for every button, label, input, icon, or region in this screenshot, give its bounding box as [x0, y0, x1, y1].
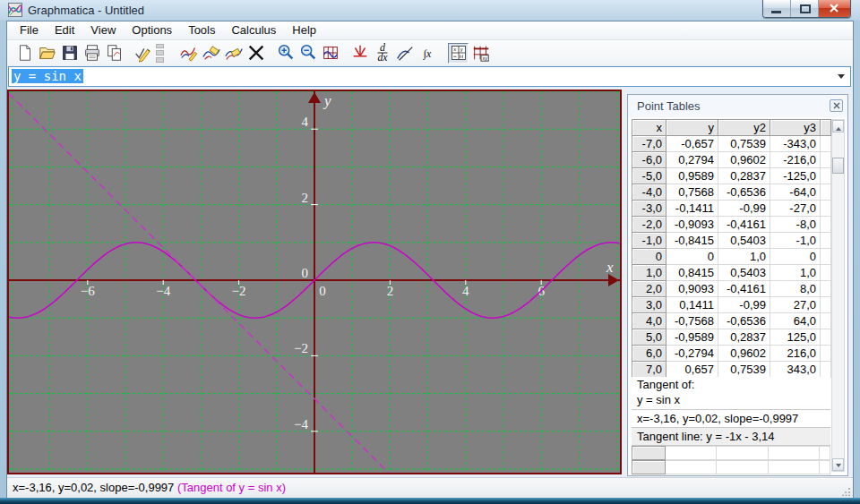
tangent-of-equation: y = sin x	[632, 392, 830, 407]
svg-text:−6: −6	[81, 284, 95, 298]
status-bar: x=-3,16, y=0,02, slope=-0,9997 (Tangent …	[7, 477, 853, 498]
toolbar-grip	[156, 44, 164, 63]
panel-header: Point Tables	[628, 95, 847, 117]
draw-tangent-icon[interactable]	[394, 43, 415, 64]
resize-grip[interactable]	[842, 487, 851, 496]
svg-text:−2: −2	[232, 284, 246, 298]
menu-item-calculus[interactable]: Calculus	[223, 21, 284, 39]
table-row: -7,0-0,6570,7539-343,0	[632, 136, 831, 152]
app-window: Graphmatica - Untitled FileEditViewOptio…	[0, 0, 860, 504]
empty-row	[632, 446, 830, 460]
empty-row	[632, 460, 830, 474]
menu-item-file[interactable]: File	[12, 21, 47, 39]
app-icon	[8, 3, 22, 17]
table-row: -2,0-0,9093-0,4161-8,0	[632, 217, 831, 233]
table-row: 6,0-0,27940,9602216,0	[632, 346, 831, 362]
svg-text:x: x	[453, 47, 456, 52]
toolbar: ddx ∫x xy xy	[7, 40, 853, 65]
menu-bar: FileEditViewOptionsToolsCalculusHelp	[7, 21, 853, 40]
equation-input[interactable]: y = sin x	[12, 68, 83, 85]
table-row: -4,00,7568-0,6536-64,0	[632, 184, 831, 201]
integrate-icon[interactable]: ∫x	[417, 43, 437, 64]
table-row: 2,00,9093-0,41618,0	[632, 281, 831, 297]
table-row: 4,0-0,7568-0,653664,0	[632, 313, 831, 329]
svg-text:−4: −4	[294, 417, 308, 431]
open-file-icon[interactable]	[37, 43, 57, 64]
svg-text:0: 0	[302, 266, 309, 280]
title-bar: Graphmatica - Untitled	[0, 0, 860, 21]
derivative-icon[interactable]: ddx	[372, 43, 392, 64]
table-row: -1,0-0,84150,5403-1,0	[632, 233, 831, 249]
menu-item-help[interactable]: Help	[284, 21, 324, 39]
tangent-line-equation: Tangent line: y = -1x - 3,14	[632, 427, 830, 446]
equation-combobox[interactable]: y = sin x	[8, 66, 851, 87]
new-file-icon[interactable]	[14, 43, 35, 64]
graph-plot: −6−4−20246−4−2024yx	[9, 91, 620, 473]
panel-title: Point Tables	[637, 95, 701, 117]
table-row: 1,00,84150,54031,0	[632, 265, 831, 281]
close-button[interactable]	[819, 0, 850, 17]
menu-item-tools[interactable]: Tools	[180, 21, 223, 39]
zoom-out-icon[interactable]	[297, 43, 318, 64]
draw-graph-icon[interactable]	[178, 43, 199, 64]
copy-icon[interactable]	[104, 43, 125, 64]
svg-text:−4: −4	[156, 284, 170, 298]
scroll-up-button[interactable]	[832, 120, 844, 132]
svg-text:2: 2	[387, 284, 394, 298]
table-row: 3,00,1411-0,9927,0	[632, 297, 831, 313]
svg-text:dx: dx	[377, 51, 388, 63]
point-table-header: xyy2y3	[632, 120, 831, 136]
menu-item-view[interactable]: View	[82, 21, 124, 39]
combo-dropdown-icon[interactable]	[838, 74, 845, 82]
print-icon[interactable]	[82, 43, 102, 64]
check-equations-icon[interactable]	[132, 43, 152, 64]
svg-text:4: 4	[462, 284, 469, 298]
table-row: -5,00,95890,2837-125,0	[632, 168, 831, 184]
svg-text:2: 2	[302, 191, 309, 205]
equation-selected-text: y = sin x	[12, 69, 83, 83]
menu-item-edit[interactable]: Edit	[47, 21, 82, 39]
scrollbar-thumb[interactable]	[832, 158, 844, 174]
plot-points-icon[interactable]: xy	[470, 43, 491, 64]
close-icon	[829, 3, 839, 13]
erase-graph-icon[interactable]	[201, 43, 221, 64]
tangent-readout: x=-3,16, y=0,02, slope=-0,9997	[632, 409, 830, 427]
svg-text:y: y	[322, 92, 331, 109]
maximize-button[interactable]	[791, 0, 819, 17]
zoom-in-icon[interactable]	[275, 43, 296, 64]
status-tangent-note: (Tangent of y = sin x)	[177, 481, 286, 494]
scroll-down-button[interactable]	[832, 458, 844, 471]
save-icon[interactable]	[59, 43, 80, 64]
graph-area[interactable]: −6−4−20246−4−2024yx	[7, 90, 622, 474]
table-row: -6,00,27940,9602-216,0	[632, 152, 831, 168]
panel-close-button[interactable]	[830, 99, 843, 112]
svg-text:∫x: ∫x	[422, 47, 431, 60]
tangent-info-block: Tangent of: y = sin x x=-3,16, y=0,02, s…	[632, 377, 830, 474]
window-controls	[762, 0, 851, 18]
window-bottom-edge	[0, 498, 860, 504]
svg-text:y: y	[460, 47, 462, 52]
svg-text:xy: xy	[482, 56, 487, 61]
minimize-icon	[771, 11, 781, 13]
critical-points-icon[interactable]	[349, 43, 370, 64]
tangent-of-label: Tangent of:	[632, 377, 830, 392]
point-table: xyy2y3 -7,0-0,6570,7539-343,0-6,00,27940…	[632, 119, 831, 378]
minimize-button[interactable]	[763, 0, 791, 17]
svg-text:4: 4	[302, 115, 309, 129]
menu-item-options[interactable]: Options	[124, 21, 180, 39]
svg-text:x: x	[606, 259, 614, 276]
svg-text:−2: −2	[294, 341, 308, 355]
panel-close-icon	[833, 102, 840, 109]
svg-text:0: 0	[319, 284, 326, 298]
point-table-body: -7,0-0,6570,7539-343,0-6,00,27940,9602-2…	[632, 136, 831, 378]
maximize-icon	[800, 4, 811, 13]
window-title: Graphmatica - Untitled	[28, 0, 144, 21]
table-scrollbar[interactable]	[831, 119, 845, 472]
grid-range-icon[interactable]	[320, 43, 340, 64]
table-row: -3,0-0,1411-0,99-27,0	[632, 201, 831, 217]
redraw-graph-icon[interactable]	[223, 43, 244, 64]
arrow-down-icon	[836, 464, 841, 470]
clear-screen-icon[interactable]	[245, 43, 266, 64]
table-row: 001,00	[632, 249, 831, 265]
point-tables-icon[interactable]: xy	[448, 43, 469, 64]
